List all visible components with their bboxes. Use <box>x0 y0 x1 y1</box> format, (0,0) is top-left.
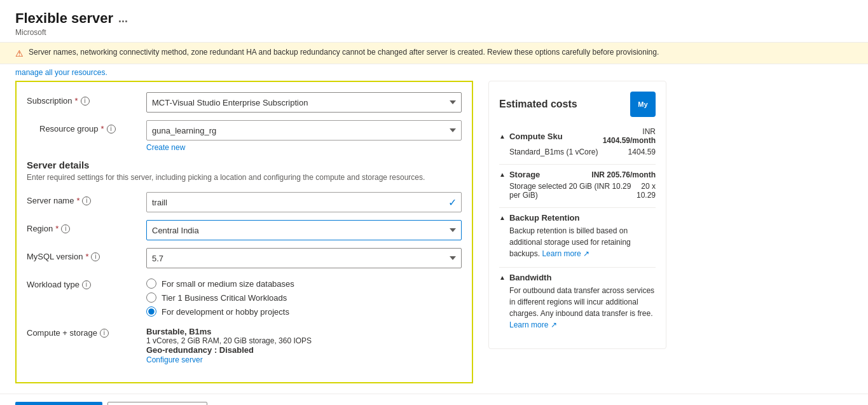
workload-option-small[interactable]: For small or medium size databases <box>146 278 462 289</box>
backup-chevron[interactable]: ▲ <box>499 214 506 221</box>
server-name-input-wrapper: ✓ <box>146 192 462 212</box>
storage-detail-row: Storage selected 20 GiB (INR 10.29 per G… <box>499 182 656 200</box>
subscription-label: Subscription * i <box>27 92 141 106</box>
cost-divider-2 <box>499 207 656 208</box>
subscription-select[interactable]: MCT-Visual Studio Enterprise Subscriptio… <box>146 92 462 113</box>
compute-title: Burstable, B1ms <box>146 327 462 336</box>
storage-chevron[interactable]: ▲ <box>499 171 506 178</box>
mysql-version-row: MySQL version * i 5.7 <box>27 248 462 268</box>
compute-sku-header: ▲ Compute Sku INR 1404.59/month <box>499 127 656 145</box>
warning-icon: ⚠ <box>15 48 24 58</box>
create-new-link[interactable]: Create new <box>146 143 185 152</box>
server-details-title: Server details <box>27 160 462 170</box>
workload-radio-dev[interactable] <box>146 306 156 317</box>
resource-group-row: Resource group * i guna_learning_rg Crea… <box>27 120 462 152</box>
region-select[interactable]: Central India <box>146 220 462 240</box>
server-name-label: Server name * i <box>27 192 141 205</box>
backup-name: Backup Retention <box>509 213 580 223</box>
region-info-icon[interactable]: i <box>61 224 70 233</box>
costs-panel: Estimated costs My ▲ Compute Sku INR 140… <box>488 81 666 349</box>
bandwidth-header: ▲ Bandwidth <box>499 273 656 282</box>
storage-header: ▲ Storage INR 205.76/month <box>499 170 656 179</box>
compute-sku-price: 1404.59/month <box>603 136 656 145</box>
backup-header: ▲ Backup Retention <box>499 213 656 223</box>
compute-sku-chevron[interactable]: ▲ <box>499 133 506 140</box>
compute-sku-detail-row: Standard_B1ms (1 vCore) 1404.59 <box>499 148 656 156</box>
subscription-input-wrapper: MCT-Visual Studio Enterprise Subscriptio… <box>146 92 462 113</box>
compute-sku-name: Compute Sku <box>509 132 563 141</box>
form-panel: Subscription * i MCT-Visual Studio Enter… <box>15 81 473 383</box>
compute-sku-section: ▲ Compute Sku INR 1404.59/month Standard… <box>499 127 656 156</box>
storage-section: ▲ Storage INR 205.76/month Storage selec… <box>499 170 656 200</box>
server-name-row: Server name * i ✓ <box>27 192 462 212</box>
bandwidth-note: For outbound data transfer across servic… <box>499 285 656 331</box>
workload-radio-tier1[interactable] <box>146 292 156 303</box>
storage-amount: INR 205.76/month <box>591 170 656 179</box>
region-row: Region * i Central India <box>27 220 462 240</box>
region-label: Region * i <box>27 220 141 233</box>
more-icon[interactable]: ... <box>118 12 128 25</box>
storage-detail-label: Storage selected 20 GiB (INR 10.29 per G… <box>509 182 637 200</box>
compute-sku-detail-label: Standard_B1ms (1 vCore) <box>509 148 628 156</box>
server-name-input-container: ✓ <box>146 192 462 212</box>
region-input-wrapper: Central India <box>146 220 462 240</box>
compute-sku-currency: INR <box>603 127 656 136</box>
page-title: Flexible server <box>15 10 113 27</box>
workload-radio-group: For small or medium size databases Tier … <box>146 276 462 317</box>
storage-name: Storage <box>509 170 540 179</box>
mysql-version-info-icon[interactable]: i <box>91 252 100 261</box>
subscription-info-icon[interactable]: i <box>81 97 90 106</box>
bandwidth-section: ▲ Bandwidth For outbound data transfer a… <box>499 273 656 331</box>
compute-detail: 1 vCores, 2 GiB RAM, 20 GiB storage, 360… <box>146 336 462 345</box>
server-name-input[interactable] <box>146 192 462 212</box>
next-networking-button[interactable]: Next : Networking > <box>107 402 207 405</box>
page-subtitle: Microsoft <box>15 28 853 37</box>
bandwidth-learn-more-link[interactable]: Learn more ↗ <box>509 320 557 329</box>
backup-section: ▲ Backup Retention Backup retention is b… <box>499 213 656 259</box>
cost-divider-3 <box>499 267 656 268</box>
workload-option-tier1[interactable]: Tier 1 Business Critical Workloads <box>146 292 462 303</box>
mysql-version-input-wrapper: 5.7 <box>146 248 462 268</box>
mysql-version-label: MySQL version * i <box>27 248 141 261</box>
bandwidth-chevron[interactable]: ▲ <box>499 274 506 281</box>
warning-bar: ⚠ Server names, networking connectivity … <box>0 43 868 64</box>
resource-group-select[interactable]: guna_learning_rg <box>146 120 462 141</box>
compute-storage-label: Compute + storage i <box>27 324 141 338</box>
configure-server-link[interactable]: Configure server <box>146 355 203 364</box>
workload-option-dev[interactable]: For development or hobby projects <box>146 306 462 317</box>
compute-sku-amount: INR 1404.59/month <box>603 127 656 145</box>
review-create-button[interactable]: Review + create <box>15 402 102 405</box>
compute-sku-left: ▲ Compute Sku <box>499 132 563 141</box>
server-name-info-icon[interactable]: i <box>82 196 91 205</box>
server-name-check-icon: ✓ <box>448 196 457 209</box>
bottom-bar: Review + create Next : Networking > <box>0 394 868 405</box>
subscription-row: Subscription * i MCT-Visual Studio Enter… <box>27 92 462 113</box>
cost-divider-1 <box>499 164 656 165</box>
resource-group-input-wrapper: guna_learning_rg Create new <box>146 120 462 152</box>
compute-storage-row: Compute + storage i Burstable, B1ms 1 vC… <box>27 324 462 364</box>
workload-type-row: Workload type i For small or medium size… <box>27 276 462 317</box>
compute-storage-info-icon[interactable]: i <box>100 329 109 338</box>
resource-group-info-icon[interactable]: i <box>107 125 116 134</box>
server-details-desc: Enter required settings for this server,… <box>27 173 462 182</box>
workload-radio-small[interactable] <box>146 278 156 289</box>
workload-type-info-icon[interactable]: i <box>82 280 91 289</box>
storage-detail-value: 20 x 10.29 <box>637 182 656 200</box>
compute-sku-detail-value: 1404.59 <box>628 148 656 156</box>
breadcrumb[interactable]: manage all your resources. <box>0 64 868 81</box>
compute-info: Burstable, B1ms 1 vCores, 2 GiB RAM, 20 … <box>146 324 462 364</box>
backup-learn-more-link[interactable]: Learn more ↗ <box>542 249 589 258</box>
storage-left: ▲ Storage <box>499 170 540 179</box>
mysql-version-select[interactable]: 5.7 <box>146 248 462 268</box>
costs-header: Estimated costs My <box>499 92 656 117</box>
resource-group-label: Resource group * i <box>27 120 141 134</box>
bandwidth-name: Bandwidth <box>509 273 551 282</box>
compute-geo: Geo-redundancy : Disabled <box>146 345 462 355</box>
workload-type-label: Workload type i <box>27 276 141 289</box>
costs-title: Estimated costs <box>499 99 577 110</box>
backup-left: ▲ Backup Retention <box>499 213 579 223</box>
backup-note: Backup retention is billed based on addi… <box>499 225 656 259</box>
workload-options-wrapper: For small or medium size databases Tier … <box>146 276 462 317</box>
warning-text: Server names, networking connectivity me… <box>29 48 659 57</box>
bandwidth-left: ▲ Bandwidth <box>499 273 551 282</box>
